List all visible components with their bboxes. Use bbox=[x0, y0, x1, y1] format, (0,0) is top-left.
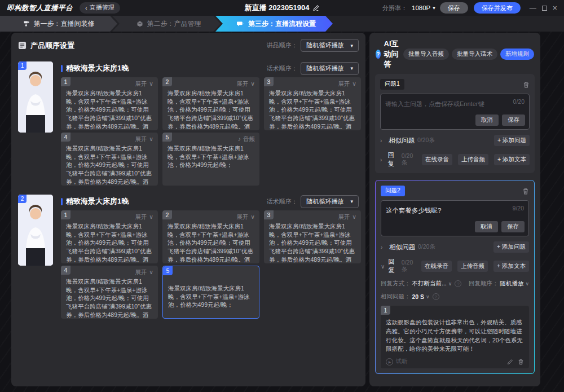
chevron-down-icon: ∨ bbox=[149, 213, 153, 221]
char-counter: 0/20 bbox=[513, 98, 525, 105]
edit-reply-icon[interactable] bbox=[507, 359, 513, 365]
cancel-button[interactable]: 取消 bbox=[475, 221, 498, 232]
edit-title-icon[interactable] bbox=[312, 5, 319, 11]
reply-text-card[interactable]: 1 这款眼影盘的包装设计也非常出色，外观精美、质感高雅。它的小巧尺寸方便携带，可… bbox=[381, 306, 529, 368]
batch-import-script-button[interactable]: 批量导入话术 bbox=[452, 49, 497, 60]
help-icon[interactable]: ? bbox=[455, 280, 461, 287]
same-question-interval-select[interactable]: 20 S bbox=[412, 293, 425, 300]
save-question-button[interactable]: 保存 bbox=[501, 221, 525, 232]
chevron-down-icon: ∨ bbox=[149, 268, 153, 276]
chevron-right-icon[interactable]: › bbox=[381, 244, 386, 250]
chevron-down-icon: ∨ bbox=[250, 80, 255, 88]
script-card[interactable]: 2 展开∨ 海景双床房/精致海景大床房1晚，含双早+下午茶+温泉+游泳池，价格为… bbox=[162, 77, 259, 130]
chevron-right-icon[interactable]: › bbox=[380, 157, 385, 163]
cancel-button[interactable]: 取消 bbox=[475, 114, 499, 126]
expand-toggle[interactable]: 展开∨ bbox=[135, 135, 153, 143]
batch-import-audio-button[interactable]: 批量导入音频 bbox=[403, 49, 449, 60]
upload-audio-button[interactable]: 上传音频 bbox=[457, 261, 488, 272]
resolution-select[interactable]: 1080P ▾ bbox=[412, 5, 435, 11]
add-text-button[interactable]: + 添加文本 bbox=[494, 154, 530, 165]
chevron-down-icon: ▾ bbox=[350, 199, 353, 204]
help-icon[interactable]: ? bbox=[433, 293, 439, 300]
same-question-label: 相同问题： bbox=[381, 293, 411, 301]
script-order-label: 话术顺序： bbox=[266, 197, 297, 206]
delete-reply-icon[interactable] bbox=[518, 359, 524, 365]
reply-order-select[interactable]: 随机播放 bbox=[500, 280, 523, 288]
save-question-button[interactable]: 保存 bbox=[502, 114, 525, 126]
ai-qa-panel: ? AI互动问答 批量导入音频 批量导入话术 新增规则 问题1 请输入主问题，点… bbox=[369, 33, 540, 386]
script-card-selected[interactable]: 5 海景双床房/精致海景大床房1晚，含双早+下午茶+温泉+游泳池，价格为499元… bbox=[162, 266, 259, 319]
script-card[interactable]: 1 展开∨ 海景双床房/精致海景大床房1晚，含双早+下午茶+温泉+游泳池，价格为… bbox=[61, 77, 158, 130]
chat-bubbles-icon bbox=[237, 20, 244, 28]
product-box-icon bbox=[136, 20, 143, 27]
script-order-label: 话术顺序： bbox=[266, 64, 297, 73]
upload-audio-button[interactable]: 上传音频 bbox=[458, 154, 488, 165]
presenter-avatar[interactable]: 2 bbox=[18, 195, 53, 266]
step-3-live-flow-settings[interactable]: 第三步：直播流程设置 bbox=[215, 16, 333, 32]
music-note-icon: ♪ bbox=[238, 135, 241, 143]
preview-audio-button[interactable]: ▶ 试听 bbox=[386, 358, 408, 365]
chevron-down-icon: ∨ bbox=[250, 213, 255, 221]
script-card[interactable]: 3 展开∨ 海景双床房/精致海景大床房1晚，含双早+下午茶+温泉+游泳池，价格为… bbox=[264, 210, 361, 263]
reply-mode-select[interactable]: 不打断当前... bbox=[412, 280, 447, 288]
main-question-input[interactable]: 这个套餐多少钱呢? 9/20 取消 保存 bbox=[381, 200, 529, 236]
presenter-photo bbox=[18, 195, 53, 266]
step-1-room-decoration[interactable]: 第一步：直播间装修 bbox=[0, 16, 117, 32]
main-question-input[interactable]: 请输入主问题，点击保存或Ennter键 0/20 取消 保存 bbox=[380, 94, 530, 130]
chevron-down-icon: ▾ bbox=[350, 43, 353, 49]
step-2-product-management[interactable]: 第二步：产品管理 bbox=[112, 16, 221, 32]
script-order-select[interactable]: 随机循环播放 ▾ bbox=[301, 195, 359, 208]
app-window: 即构数智人直播平台 ‹ 直播管理 新直播 2023051904 分辨率： 108… bbox=[0, 0, 564, 392]
script-card-audio[interactable]: 5 ♪音频 海景双床房/精致海景大床房1晚，含双早+下午茶+温泉+游泳池，价格为… bbox=[162, 133, 259, 186]
card-script-text: 海景双床房/精致海景大床房1晚，含双早+下午茶+温泉+游泳池，价格为499元起/… bbox=[66, 89, 153, 130]
presenter-avatar[interactable]: 1 bbox=[18, 61, 53, 133]
speak-order-label: 讲品顺序： bbox=[266, 41, 297, 50]
expand-toggle[interactable]: 展开∨ bbox=[338, 213, 356, 221]
close-icon[interactable]: × bbox=[553, 4, 557, 12]
card-script-text: 海景双床房/精致海景大床房1晚，含双早+下午茶+温泉+游泳池，价格为499元起/… bbox=[66, 278, 153, 319]
chevron-down-icon: ∨ bbox=[352, 213, 356, 221]
delete-question-icon[interactable] bbox=[523, 81, 530, 88]
script-card[interactable]: 3 展开∨ 海景双床房/精致海景大床房1晚，含双早+下午茶+温泉+游泳池，价格为… bbox=[264, 77, 361, 130]
speak-order-select[interactable]: 随机循环播放 ▾ bbox=[301, 39, 359, 52]
expand-toggle[interactable]: 展开∨ bbox=[236, 213, 255, 221]
expand-toggle[interactable]: 展开∨ bbox=[135, 268, 153, 276]
back-chevron-icon: ‹ bbox=[85, 5, 87, 11]
ai-qa-icon: ? bbox=[376, 50, 381, 59]
card-index-badge: 4 bbox=[61, 133, 70, 142]
group-index-badge: 1 bbox=[18, 61, 27, 70]
chevron-down-icon: ∨ bbox=[426, 294, 430, 299]
add-text-button[interactable]: + 添加文本 bbox=[493, 261, 529, 272]
back-to-live-management-button[interactable]: ‹ 直播管理 bbox=[80, 2, 120, 14]
group-index-badge: 2 bbox=[18, 195, 27, 203]
product-name: 精致海景大床房1晚 bbox=[66, 63, 129, 73]
ai-qa-title: AI互动问答 bbox=[384, 39, 404, 69]
script-order-select[interactable]: 随机循环播放 ▾ bbox=[301, 62, 359, 75]
add-question-button[interactable]: + 添加问题 bbox=[493, 241, 529, 253]
new-rule-button[interactable]: 新增规则 bbox=[500, 49, 534, 60]
online-record-button[interactable]: 在线录音 bbox=[422, 154, 452, 165]
minimize-icon[interactable]: — bbox=[530, 5, 536, 11]
save-button[interactable]: 保存 bbox=[440, 2, 468, 14]
chevron-down-icon[interactable]: ∨ bbox=[381, 263, 385, 270]
chevron-right-icon[interactable]: › bbox=[380, 138, 386, 144]
expand-toggle[interactable]: 展开∨ bbox=[135, 80, 153, 88]
maximize-icon[interactable] bbox=[542, 6, 547, 11]
expand-toggle[interactable]: 展开∨ bbox=[338, 80, 356, 88]
expand-toggle[interactable]: 展开∨ bbox=[236, 80, 255, 88]
online-record-button[interactable]: 在线录音 bbox=[421, 261, 452, 272]
card-index-badge: 1 bbox=[61, 210, 70, 219]
script-card[interactable]: 1 展开∨ 海景双床房/精致海景大床房1晚，含双早+下午茶+温泉+游泳池，价格为… bbox=[61, 210, 158, 263]
back-label: 直播管理 bbox=[90, 3, 114, 12]
live-title: 新直播 2023051904 bbox=[245, 3, 320, 13]
script-card[interactable]: 4 展开∨ 海景双床房/精致海景大床房1晚，含双早+下午茶+温泉+游泳池，价格为… bbox=[61, 266, 158, 319]
product-name: 精致海景大床房1晚 bbox=[66, 196, 129, 206]
add-question-button[interactable]: + 添加问题 bbox=[494, 135, 530, 146]
delete-question-icon[interactable] bbox=[522, 188, 529, 195]
chevron-down-icon: ∨ bbox=[525, 281, 529, 287]
save-and-publish-button[interactable]: 保存并发布 bbox=[474, 2, 521, 14]
expand-toggle[interactable]: 展开∨ bbox=[135, 213, 153, 221]
script-card[interactable]: 2 展开∨ 海景双床房/精致海景大床房1晚，含双早+下午茶+温泉+游泳池，价格为… bbox=[162, 210, 259, 263]
audio-tag: ♪音频 bbox=[238, 135, 255, 143]
script-card[interactable]: 4 展开∨ 海景双床房/精致海景大床房1晚，含双早+下午茶+温泉+游泳池，价格为… bbox=[61, 133, 158, 186]
